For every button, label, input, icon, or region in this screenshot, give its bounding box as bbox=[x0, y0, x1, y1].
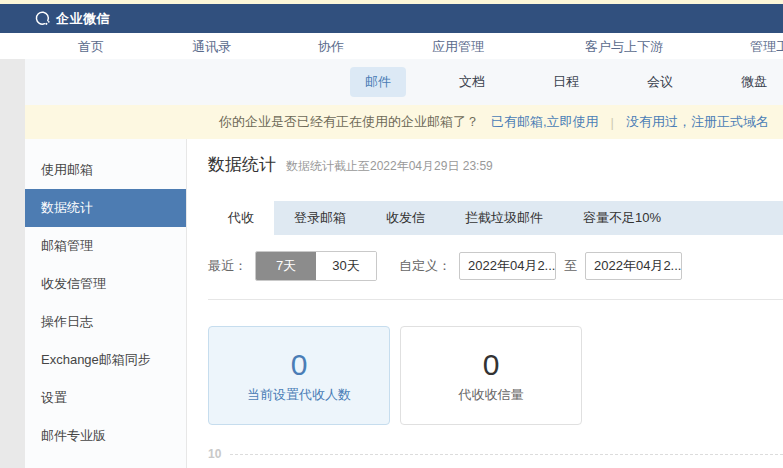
date-filter-row: 最近： 7天 30天 自定义： 2022年04月2... ▾ 至 2022年04… bbox=[208, 251, 783, 281]
sidebar-item-use-mailbox[interactable]: 使用邮箱 bbox=[25, 151, 186, 189]
subnav-tab-schedule[interactable]: 日程 bbox=[538, 67, 594, 97]
sidebar-item-op-log[interactable]: 操作日志 bbox=[25, 303, 186, 341]
custom-label: 自定义： bbox=[399, 257, 451, 275]
section-divider bbox=[208, 299, 783, 300]
sidebar-item-data-stats[interactable]: 数据统计 bbox=[25, 189, 186, 227]
notice-link-register-domain[interactable]: 没有用过，注册正式域名 bbox=[626, 113, 769, 131]
nav-item-home[interactable]: 首页 bbox=[78, 38, 104, 56]
subnav-tab-docs[interactable]: 文档 bbox=[444, 67, 500, 97]
page-panel: 邮件 文档 日程 会议 微盘 你的企业是否已经有正在使用的企业邮箱了？ 已有邮箱… bbox=[25, 59, 783, 468]
dashed-gridline bbox=[230, 454, 783, 455]
stat-value: 0 bbox=[483, 348, 500, 382]
brand[interactable]: 企业微信 bbox=[34, 10, 110, 28]
notice-question: 你的企业是否已经有正在使用的企业邮箱了？ bbox=[219, 113, 479, 131]
top-app-bar: 企业微信 bbox=[0, 4, 783, 33]
wecom-bubble-icon bbox=[34, 10, 51, 27]
recent-label: 最近： bbox=[208, 257, 247, 275]
sidebar-item-sendrecv-mgmt[interactable]: 收发信管理 bbox=[25, 265, 186, 303]
subnav-tab-mail[interactable]: 邮件 bbox=[350, 67, 406, 97]
notice-link-have-mailbox[interactable]: 已有邮箱,立即使用 bbox=[491, 113, 599, 131]
date-from-value: 2022年04月2... bbox=[468, 257, 555, 275]
chart-area-top: 10 bbox=[208, 447, 783, 461]
sidebar-item-mailbox-mgmt[interactable]: 邮箱管理 bbox=[25, 227, 186, 265]
date-from-select[interactable]: 2022年04月2... ▾ bbox=[459, 252, 556, 280]
mail-subnav: 邮件 文档 日程 会议 微盘 bbox=[25, 59, 783, 105]
y-axis-tick: 10 bbox=[208, 447, 230, 461]
notice-separator: | bbox=[611, 115, 614, 130]
date-to-select[interactable]: 2022年04月2... ▾ bbox=[585, 252, 682, 280]
stats-cutoff-subtitle: 数据统计截止至2022年04月29日 23:59 bbox=[286, 158, 493, 175]
stat-label: 代收收信量 bbox=[459, 386, 524, 404]
to-label: 至 bbox=[564, 257, 577, 275]
subnav-tab-drive[interactable]: 微盘 bbox=[726, 67, 782, 97]
stat-value: 0 bbox=[291, 348, 308, 382]
nav-item-admin-tools[interactable]: 管理工具 bbox=[750, 38, 783, 56]
sidebar-item-mail-pro[interactable]: 邮件专业版 bbox=[25, 417, 186, 455]
sidebar-item-exchange-sync[interactable]: Exchange邮箱同步 bbox=[25, 341, 186, 379]
stat-label: 当前设置代收人数 bbox=[247, 386, 351, 404]
left-page-gutter bbox=[0, 59, 25, 468]
tab-login-mailbox[interactable]: 登录邮箱 bbox=[274, 201, 366, 235]
nav-item-customers[interactable]: 客户与上下游 bbox=[585, 38, 663, 56]
mail-admin-sidebar: 使用邮箱 数据统计 邮箱管理 收发信管理 操作日志 Exchange邮箱同步 设… bbox=[25, 139, 187, 468]
tab-spam-blocked[interactable]: 拦截垃圾邮件 bbox=[445, 201, 563, 235]
range-30d-button[interactable]: 30天 bbox=[316, 252, 376, 280]
primary-nav: 首页 通讯录 协作 应用管理 客户与上下游 管理工具 bbox=[0, 33, 783, 59]
sidebar-item-settings[interactable]: 设置 bbox=[25, 379, 186, 417]
subnav-tab-meeting[interactable]: 会议 bbox=[632, 67, 688, 97]
stats-tab-strip: 代收 登录邮箱 收发信 拦截垃圾邮件 容量不足10% bbox=[208, 201, 783, 235]
range-segmented-control: 7天 30天 bbox=[255, 251, 377, 281]
tab-low-capacity[interactable]: 容量不足10% bbox=[563, 201, 681, 235]
stat-card-proxy-mail-volume[interactable]: 0 代收收信量 bbox=[400, 326, 582, 425]
brand-label: 企业微信 bbox=[56, 10, 110, 28]
stats-main-panel: 数据统计 数据统计截止至2022年04月29日 23:59 代收 登录邮箱 收发… bbox=[187, 139, 783, 468]
range-7d-button[interactable]: 7天 bbox=[256, 252, 316, 280]
tab-send-receive[interactable]: 收发信 bbox=[366, 201, 445, 235]
date-to-value: 2022年04月2... bbox=[594, 257, 681, 275]
nav-item-collab[interactable]: 协作 bbox=[318, 38, 344, 56]
page-title: 数据统计 bbox=[208, 153, 276, 176]
nav-item-apps[interactable]: 应用管理 bbox=[432, 38, 484, 56]
tab-proxy-receive[interactable]: 代收 bbox=[208, 201, 274, 235]
mailbox-notice-bar: 你的企业是否已经有正在使用的企业邮箱了？ 已有邮箱,立即使用 | 没有用过，注册… bbox=[25, 105, 783, 139]
nav-item-contacts[interactable]: 通讯录 bbox=[192, 38, 231, 56]
stat-card-proxy-recipients[interactable]: 0 当前设置代收人数 bbox=[208, 326, 390, 425]
